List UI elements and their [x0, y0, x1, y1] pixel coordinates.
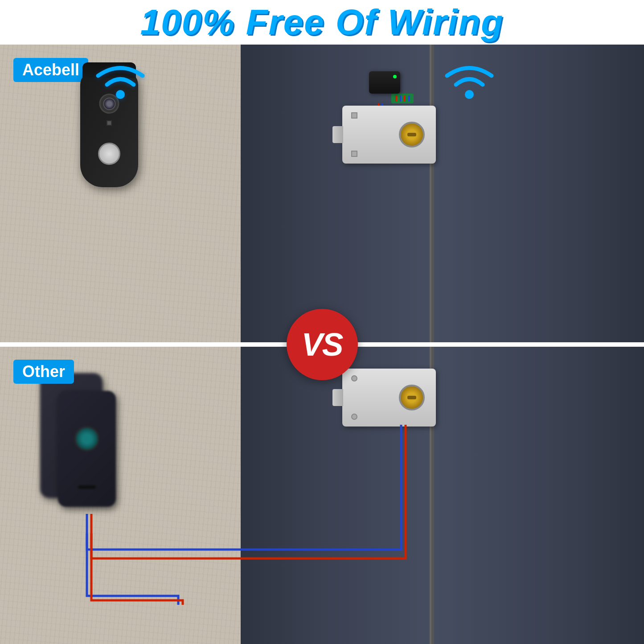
svg-point-1 — [465, 90, 474, 99]
module-connector — [391, 94, 414, 103]
door-background-bottom — [241, 346, 644, 644]
connector-blue2 — [408, 95, 410, 102]
lock-cylinder-bottom — [399, 385, 425, 410]
main-container: 100% Free Of Wiring Acebell — [0, 0, 644, 644]
screw-tl-b — [351, 375, 357, 381]
wireless-module — [369, 71, 436, 103]
doorbell-button — [98, 143, 120, 165]
connector-red — [395, 95, 397, 102]
key-slot-bottom — [407, 396, 416, 399]
lock-latch-bottom — [332, 389, 343, 406]
lock-latch-top — [332, 126, 343, 143]
vs-text: VS — [301, 326, 342, 363]
screw-bl — [351, 151, 357, 157]
vs-circle: VS — [287, 309, 358, 380]
svg-point-0 — [116, 90, 125, 99]
module-led — [393, 75, 397, 78]
key-slot — [407, 133, 416, 136]
connector-red2 — [404, 95, 406, 102]
acebell-wifi-icon — [94, 58, 147, 104]
lock-wifi-icon — [443, 58, 496, 104]
other-section: Other — [0, 346, 644, 644]
wireless-module-body — [369, 71, 400, 94]
acebell-lock-panel — [241, 45, 644, 343]
door-left-bottom — [241, 346, 434, 644]
acebell-doorbell-panel: Acebell — [0, 45, 241, 343]
doorbell-sensor — [107, 120, 112, 126]
lock-assembly-top — [342, 71, 436, 164]
header: 100% Free Of Wiring — [0, 0, 644, 45]
other-doorbell-panel: Other — [0, 346, 241, 644]
wiring-svg-left — [0, 346, 241, 644]
connector-blue — [400, 95, 402, 102]
lock-cylinder-top — [399, 122, 425, 148]
acebell-label: Acebell — [13, 58, 88, 82]
comparison-area: Acebell — [0, 45, 644, 644]
screw-tl — [351, 112, 357, 119]
screw-bl-b — [351, 414, 357, 420]
lock-body-top — [342, 106, 436, 164]
door-left-top — [241, 45, 434, 343]
door-right-bottom — [434, 346, 644, 644]
main-title: 100% Free Of Wiring — [140, 2, 504, 43]
lock-assembly-bottom — [342, 369, 436, 427]
acebell-section: Acebell — [0, 45, 644, 346]
lock-body-bottom — [342, 369, 436, 427]
other-lock-panel — [241, 346, 644, 644]
